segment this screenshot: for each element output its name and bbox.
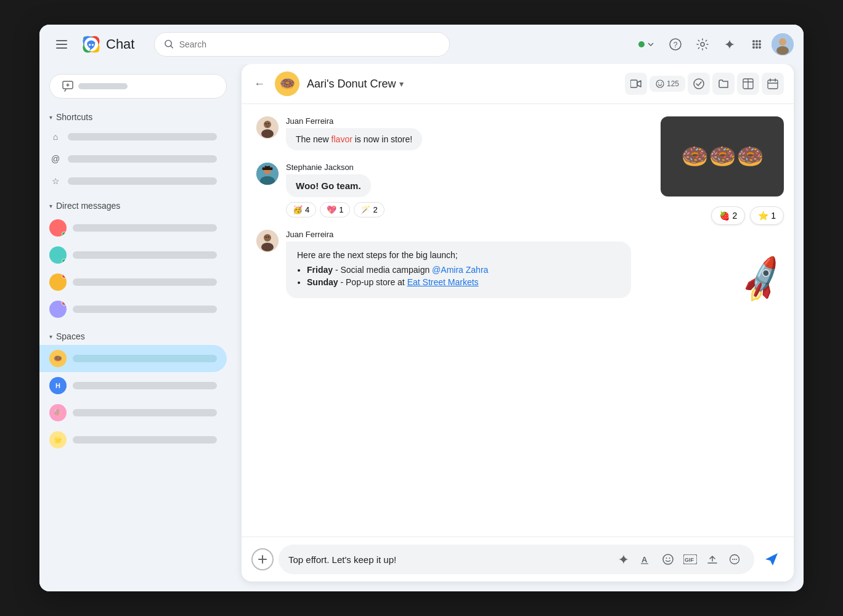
- dm-text-4: [73, 306, 217, 313]
- compose-area: A: [242, 537, 794, 582]
- sunday-text: - Pop-up store at: [340, 277, 407, 287]
- space-item-h[interactable]: H: [39, 372, 227, 399]
- send-button[interactable]: [759, 547, 784, 572]
- side-reaction-star[interactable]: ⭐ 1: [750, 206, 784, 225]
- sidebar-item-starred[interactable]: ☆: [39, 170, 227, 192]
- sender-stephanie: Stephanie Jackson: [286, 163, 646, 172]
- space-text-donut: [73, 355, 217, 362]
- spaces-header[interactable]: ▾ Spaces: [39, 328, 237, 345]
- dm-text-2: [73, 251, 217, 259]
- send-icon: [764, 552, 779, 567]
- dm-section: ▾ Direct messages: [39, 197, 237, 323]
- app-logo: Chat: [81, 34, 134, 54]
- messages-with-side: Juan Ferreira The new flavor is now in s…: [242, 104, 794, 537]
- files-button[interactable]: [712, 73, 735, 95]
- video-call-icon: [630, 79, 641, 88]
- emoji-button[interactable]: [658, 549, 678, 569]
- settings-button[interactable]: [690, 32, 715, 57]
- avatar-juan-1: [256, 116, 279, 139]
- search-bar[interactable]: [154, 32, 450, 57]
- space-item-donut[interactable]: 🍩: [39, 345, 227, 372]
- svg-text:GIF: GIF: [685, 557, 694, 563]
- space-item-candy[interactable]: 🍭: [39, 399, 227, 426]
- dm-text-3: [73, 278, 217, 286]
- search-input[interactable]: [179, 39, 440, 49]
- dm-avatar-4: [49, 301, 67, 318]
- sender-juan-1: Juan Ferreira: [286, 116, 646, 126]
- hamburger-button[interactable]: [49, 32, 74, 57]
- svg-point-19: [752, 40, 755, 43]
- party-count: 4: [305, 205, 309, 214]
- apps-button[interactable]: [744, 32, 769, 57]
- heart-emoji: 💖: [327, 205, 336, 214]
- chat-header-actions: 125: [625, 73, 784, 95]
- gemini-button[interactable]: [717, 32, 742, 57]
- spaces-label: Spaces: [56, 331, 85, 341]
- chat-header: ← 🍩 Aari's Donut Crew ▾: [242, 64, 794, 104]
- link-eat-street[interactable]: Eat Street Markets: [407, 277, 479, 287]
- svg-point-26: [755, 46, 758, 49]
- calendar-icon: [767, 78, 778, 89]
- compose-add-button[interactable]: [251, 548, 274, 570]
- more-compose-icon: [729, 554, 740, 565]
- gif-button[interactable]: GIF: [680, 549, 700, 569]
- upload-button[interactable]: [702, 549, 722, 569]
- back-button[interactable]: ←: [251, 75, 267, 93]
- help-button[interactable]: ?: [663, 32, 688, 57]
- calendar-button[interactable]: [762, 73, 784, 95]
- video-call-button[interactable]: [625, 73, 647, 95]
- chat-title-area: Aari's Donut Crew ▾: [307, 78, 617, 91]
- dm-item-3[interactable]: [39, 269, 227, 296]
- rocket-emoji: 🚀: [735, 253, 789, 306]
- status-dot: [638, 41, 645, 47]
- reactions-count: 125: [667, 79, 679, 88]
- more-compose-button[interactable]: [725, 549, 744, 569]
- dm-label: Direct messages: [56, 201, 120, 211]
- mentions-item-text: [68, 155, 217, 163]
- svg-point-24: [759, 43, 761, 46]
- message-bubble-3: Here are the next steps for the big laun…: [286, 241, 631, 298]
- dm-avatar-2: [49, 246, 67, 264]
- svg-point-35: [658, 83, 659, 84]
- sparkle-emoji: 🪄: [360, 205, 370, 214]
- dm-item-2[interactable]: [39, 241, 227, 269]
- status-button[interactable]: [632, 37, 661, 52]
- side-reaction-strawberry[interactable]: 🍓 2: [711, 206, 745, 225]
- dm-header[interactable]: ▾ Direct messages: [39, 197, 237, 214]
- mention-amira[interactable]: @Amira Zahra: [432, 265, 488, 275]
- svg-text:?: ?: [674, 41, 678, 49]
- format-button[interactable]: A: [636, 549, 656, 569]
- svg-rect-33: [630, 80, 637, 87]
- reaction-heart[interactable]: 💖 1: [320, 202, 350, 217]
- reactions-count-button[interactable]: 125: [650, 76, 685, 92]
- shortcuts-header[interactable]: ▾ Shortcuts: [39, 108, 237, 126]
- notification-dot-4: [62, 301, 67, 306]
- chat-title-chevron-icon[interactable]: ▾: [399, 79, 404, 89]
- space-item-star[interactable]: 🌟: [39, 426, 227, 453]
- space-text-star: [73, 436, 217, 444]
- more-button[interactable]: [737, 73, 759, 95]
- svg-point-46: [264, 121, 271, 128]
- space-avatar-donut: 🍩: [49, 350, 67, 367]
- upload-icon: [707, 554, 718, 565]
- sidebar-item-mentions[interactable]: @: [39, 148, 227, 170]
- star-icon: ☆: [49, 175, 62, 187]
- compose-input[interactable]: [288, 554, 609, 565]
- dm-item-1[interactable]: [39, 214, 227, 241]
- user-avatar-button[interactable]: [772, 33, 794, 55]
- gemini-compose-button[interactable]: [614, 549, 633, 569]
- space-avatar-h: H: [49, 377, 67, 394]
- notification-dot-3: [62, 274, 67, 278]
- dm-item-4[interactable]: [39, 296, 227, 323]
- juan-avatar-img-2: [256, 230, 279, 252]
- star-count: 1: [771, 211, 776, 221]
- new-chat-button[interactable]: [49, 74, 227, 99]
- svg-point-25: [752, 46, 755, 49]
- friday-text: - Social media campaign: [335, 265, 432, 275]
- sidebar-item-home[interactable]: ⌂: [39, 126, 227, 148]
- tasks-button[interactable]: [688, 73, 710, 95]
- reaction-sparkle[interactable]: 🪄 2: [354, 202, 384, 217]
- at-icon: @: [49, 153, 62, 165]
- shortcuts-label: Shortcuts: [56, 112, 92, 122]
- reaction-party[interactable]: 🥳 4: [286, 202, 316, 217]
